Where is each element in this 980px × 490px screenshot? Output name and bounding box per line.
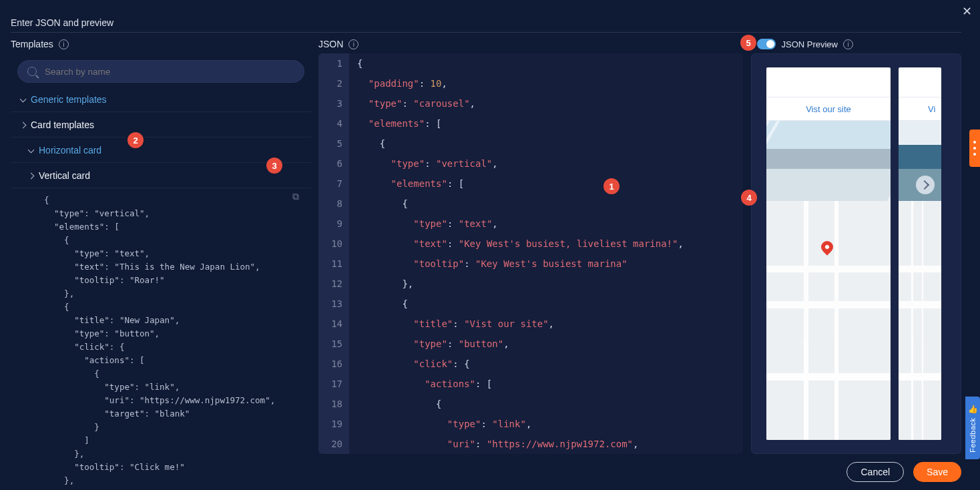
card-text-area	[766, 67, 891, 97]
templates-column: Generic templates Card templates Horizon…	[11, 53, 311, 454]
tree-generic-templates[interactable]: Generic templates	[11, 87, 311, 112]
annotation-badge-4: 4	[741, 190, 757, 206]
annotation-badge-2: 2	[128, 132, 144, 148]
thumbs-up-icon: 👍	[968, 403, 977, 414]
carousel-next-icon[interactable]	[916, 176, 935, 194]
json-preview-toggle-label: JSON Preview	[781, 39, 838, 49]
cancel-button[interactable]: Cancel	[846, 462, 904, 482]
tree-label: Card templates	[31, 119, 94, 130]
json-editor-column: 1234567891011121314151617181920 { "paddi…	[318, 53, 743, 454]
feedback-label: Feedback	[969, 418, 977, 453]
line-number-gutter: 1234567891011121314151617181920	[318, 53, 349, 454]
chevron-down-icon	[28, 147, 34, 153]
chevron-down-icon	[20, 96, 26, 102]
template-search-input[interactable]	[43, 66, 294, 77]
dialog-title: Enter JSON and preview	[11, 17, 113, 28]
feedback-tab[interactable]: Feedback 👍	[965, 397, 980, 459]
template-search[interactable]	[17, 60, 304, 83]
preview-card-image	[899, 121, 941, 201]
preview-card-link[interactable]: Vist our site	[766, 97, 891, 121]
tree-label: Vertical card	[39, 170, 90, 181]
chevron-up-icon	[28, 172, 34, 178]
map-pin-icon	[818, 238, 835, 255]
templates-section-label: Templates i	[11, 39, 69, 49]
preview-card-map[interactable]	[899, 201, 941, 440]
json-code-area[interactable]: { "padding": 10, "type": "carousel", "el…	[349, 53, 743, 454]
preview-card-map[interactable]	[766, 201, 891, 440]
search-icon	[27, 67, 37, 76]
tree-label: Horizontal card	[39, 145, 101, 156]
json-preview-dialog: ✕ Enter JSON and preview Templates i JSO…	[0, 0, 980, 490]
json-section-label: JSON i	[318, 39, 358, 49]
annotation-badge-5: 5	[740, 35, 756, 51]
vertical-card-code-block: ⧉ { "type": "vertical", "elements": [ { …	[11, 188, 311, 490]
tree-horizontal-card[interactable]: Horizontal card	[11, 138, 311, 163]
divider	[11, 32, 961, 33]
dialog-footer: Cancel Save	[846, 462, 961, 482]
card-text-area	[899, 67, 941, 97]
chevron-up-icon	[20, 121, 26, 128]
json-label-text: JSON	[318, 39, 343, 49]
preview-card-image	[766, 121, 891, 201]
preview-card-1: Vist our site	[766, 67, 891, 440]
save-button[interactable]: Save	[913, 462, 961, 482]
preview-card-link[interactable]: Vi	[899, 97, 941, 121]
annotation-badge-3: 3	[266, 158, 282, 174]
preview-carousel[interactable]: Vist our site Vi	[766, 67, 961, 440]
tree-label: Generic templates	[31, 94, 107, 105]
side-menu-tab[interactable]	[969, 130, 980, 167]
annotation-badge-1: 1	[603, 178, 620, 194]
info-icon[interactable]: i	[59, 39, 69, 49]
json-preview-toggle[interactable]	[757, 39, 776, 49]
preview-column: Vist our site Vi	[751, 53, 961, 454]
info-icon[interactable]: i	[843, 39, 853, 49]
preview-card-2: Vi	[899, 67, 941, 440]
json-preview-toggle-group: JSON Preview i	[757, 39, 853, 49]
template-tree: Generic templates Card templates Horizon…	[11, 87, 311, 490]
tree-card-templates[interactable]: Card templates	[11, 112, 311, 138]
json-editor[interactable]: 1234567891011121314151617181920 { "paddi…	[318, 53, 743, 454]
close-icon[interactable]: ✕	[962, 4, 972, 19]
templates-label-text: Templates	[11, 39, 53, 49]
copy-icon[interactable]: ⧉	[292, 191, 299, 202]
template-code-snippet[interactable]: { "type": "vertical", "elements": [ { "t…	[11, 188, 311, 490]
info-icon[interactable]: i	[348, 39, 358, 49]
